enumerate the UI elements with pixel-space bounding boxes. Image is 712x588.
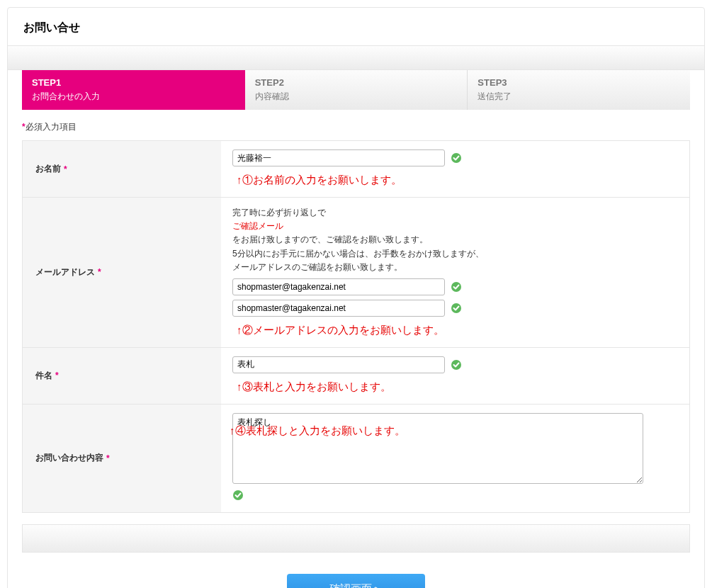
info-l3: 5分以内にお手元に届かない場合は、お手数をおかけ致しますが、 bbox=[232, 249, 484, 259]
step-2: STEP2 内容確認 bbox=[245, 70, 468, 110]
subject-input[interactable] bbox=[232, 356, 445, 373]
label-text: メールアドレス bbox=[35, 266, 95, 278]
step-sub: お問合わせの入力 bbox=[32, 91, 234, 103]
check-icon bbox=[451, 281, 462, 293]
confirm-button[interactable]: 確認画面へ bbox=[287, 574, 425, 588]
check-icon bbox=[232, 490, 244, 501]
page-title: お問い合せ bbox=[8, 8, 704, 46]
step-title: STEP3 bbox=[478, 77, 680, 88]
step-tabs: STEP1 お問合わせの入力 STEP2 内容確認 STEP3 送信完了 bbox=[22, 70, 690, 110]
step-title: STEP1 bbox=[32, 77, 234, 88]
check-icon bbox=[451, 152, 462, 164]
body-textarea[interactable] bbox=[232, 413, 643, 484]
name-input[interactable] bbox=[232, 149, 445, 166]
label-text: お問い合わせ内容 bbox=[35, 452, 103, 464]
step-sub: 内容確認 bbox=[255, 91, 458, 103]
row-name: お名前 * ↑①お名前の入力をお願いします。 bbox=[23, 141, 689, 197]
value-subject: ↑③表札と入力をお願いします。 bbox=[221, 348, 689, 404]
info-red: ご確認メール bbox=[232, 221, 283, 231]
annotation-1: ↑①お名前の入力をお願いします。 bbox=[237, 174, 678, 187]
asterisk-icon: * bbox=[106, 453, 110, 463]
input-line bbox=[232, 300, 678, 317]
asterisk-icon: * bbox=[55, 371, 59, 380]
row-email: メールアドレス * 完了時に必ず折り返しで ご確認メール をお届け致しますので、… bbox=[23, 197, 689, 347]
label-name: お名前 * bbox=[23, 141, 221, 197]
label-body: お問い合わせ内容 * bbox=[23, 405, 221, 512]
email-input-2[interactable] bbox=[232, 300, 445, 317]
step-sub: 送信完了 bbox=[478, 91, 680, 103]
check-icon bbox=[451, 359, 462, 371]
label-text: お名前 bbox=[35, 163, 61, 175]
check-icon bbox=[451, 303, 462, 314]
email-input-1[interactable] bbox=[232, 278, 445, 295]
header-band bbox=[8, 46, 704, 70]
info-l2: をお届け致しますので、ご確認をお願い致します。 bbox=[232, 234, 428, 244]
row-body: お問い合わせ内容 * ↑④表札探しと入力をお願いします。 bbox=[23, 404, 689, 512]
input-line bbox=[232, 356, 678, 373]
input-line bbox=[232, 149, 678, 166]
asterisk-icon: * bbox=[98, 267, 101, 277]
value-name: ↑①お名前の入力をお願いします。 bbox=[221, 141, 689, 197]
info-l4: メールアドレスのご確認をお願い致します。 bbox=[232, 262, 402, 272]
footer-band bbox=[22, 524, 690, 553]
contact-form-card: お問い合せ STEP1 お問合わせの入力 STEP2 内容確認 STEP3 送信… bbox=[7, 7, 705, 588]
annotation-2: ↑②メールアドレスの入力をお願いします。 bbox=[237, 324, 678, 337]
annotation-3: ↑③表札と入力をお願いします。 bbox=[237, 380, 678, 394]
label-subject: 件名 * bbox=[23, 348, 221, 404]
step-3: STEP3 送信完了 bbox=[468, 70, 690, 110]
label-email: メールアドレス * bbox=[23, 198, 221, 347]
email-info: 完了時に必ず折り返しで ご確認メール をお届け致しますので、ご確認をお願い致しま… bbox=[232, 206, 678, 274]
value-email: 完了時に必ず折り返しで ご確認メール をお届け致しますので、ご確認をお願い致しま… bbox=[221, 198, 689, 347]
row-subject: 件名 * ↑③表札と入力をお願いします。 bbox=[23, 347, 689, 404]
asterisk-icon: * bbox=[64, 164, 67, 174]
form-table: お名前 * ↑①お名前の入力をお願いします。 メールアドレス * 完了時に必ず折… bbox=[22, 140, 690, 513]
value-body: ↑④表札探しと入力をお願いします。 bbox=[221, 405, 689, 512]
info-l1: 完了時に必ず折り返しで bbox=[232, 208, 326, 217]
step-1: STEP1 お問合わせの入力 bbox=[22, 70, 245, 110]
step-title: STEP2 bbox=[255, 77, 458, 88]
input-line bbox=[232, 278, 678, 295]
required-text: 必須入力項目 bbox=[26, 122, 77, 132]
submit-wrap: 確認画面へ bbox=[8, 574, 704, 588]
required-note: *必須入力項目 bbox=[22, 121, 690, 133]
label-text: 件名 bbox=[35, 370, 52, 382]
